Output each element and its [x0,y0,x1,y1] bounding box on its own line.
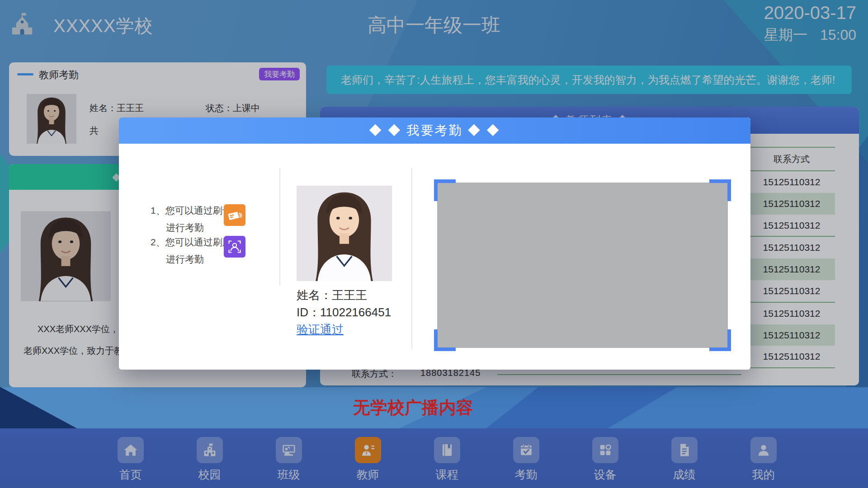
modal-divider [279,168,280,286]
modal-teacher-name: 姓名：王王王 [297,287,367,303]
id-value: 11022166451 [320,305,391,319]
step-text: 1、您可以通过刷卡 [151,204,232,217]
check-in-modal: ◆ ◆ 我要考勤 ◆ ◆ 1、您可以通过刷卡 进行考勤 2、您可以通过刷脸 进行… [119,117,750,370]
name-label: 姓名： [297,288,332,302]
modal-header: ◆ ◆ 我要考勤 ◆ ◆ [119,117,750,144]
modal-teacher-id: ID：11022166451 [297,305,391,320]
camera-corner-bracket [434,329,456,351]
camera-corner-bracket [434,179,456,201]
step-text: 2、您可以通过刷脸 [151,236,232,249]
verified-teacher-photo [297,185,392,282]
modal-title: ◆ ◆ 我要考勤 ◆ ◆ [119,117,750,144]
camera-corner-bracket [709,179,731,201]
step-text: 进行考勤 [166,253,204,266]
smart-class-board: XXXXX学校 高中一年级一班 2020-03-17 星期一15:00 教师考勤… [0,0,868,488]
card-swipe-icon [224,204,245,226]
id-label: ID： [297,305,320,319]
camera-corner-bracket [709,329,731,351]
camera-preview [437,183,728,348]
name-value: 王王王 [332,288,367,302]
modal-divider [411,168,412,349]
verify-status-link[interactable]: 验证通过 [297,322,344,338]
face-scan-icon [224,236,245,258]
step-text: 进行考勤 [166,221,204,234]
